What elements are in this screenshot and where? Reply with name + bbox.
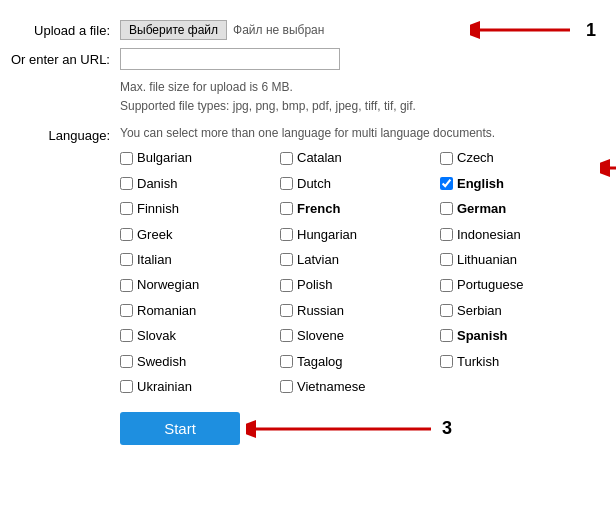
lang-checkbox-romanian[interactable] [120, 304, 133, 317]
lang-checkbox-indonesian[interactable] [440, 228, 453, 241]
lang-item: Hungarian [280, 223, 440, 246]
file-upload-section: Выберите файл Файл не выбран [120, 20, 324, 40]
lang-checkbox-turkish[interactable] [440, 355, 453, 368]
lang-checkbox-russian[interactable] [280, 304, 293, 317]
lang-item: French [280, 197, 440, 220]
start-button[interactable]: Start [120, 412, 240, 445]
lang-label-portuguese[interactable]: Portuguese [457, 273, 524, 296]
lang-item: Norwegian [120, 273, 280, 296]
lang-label-russian[interactable]: Russian [297, 299, 344, 322]
url-row: Or enter an URL: [10, 48, 606, 70]
lang-label-finnish[interactable]: Finnish [137, 197, 179, 220]
lang-item: Russian [280, 299, 440, 322]
lang-item: Indonesian [440, 223, 600, 246]
lang-checkbox-dutch[interactable] [280, 177, 293, 190]
lang-item: Dutch [280, 172, 440, 195]
lang-checkbox-hungarian[interactable] [280, 228, 293, 241]
lang-label-slovak[interactable]: Slovak [137, 324, 176, 347]
lang-label-hungarian[interactable]: Hungarian [297, 223, 357, 246]
lang-item: Italian [120, 248, 280, 271]
language-grid: BulgarianCatalanCzechDanishDutchEnglishF… [120, 146, 600, 398]
language-content: You can select more than one language fo… [120, 126, 600, 398]
lang-label-spanish[interactable]: Spanish [457, 324, 508, 347]
lang-item: Portuguese [440, 273, 600, 296]
lang-label-swedish[interactable]: Swedish [137, 350, 186, 373]
lang-item: Greek [120, 223, 280, 246]
upload-label: Upload a file: [10, 23, 120, 38]
lang-label-indonesian[interactable]: Indonesian [457, 223, 521, 246]
lang-checkbox-serbian[interactable] [440, 304, 453, 317]
lang-checkbox-bulgarian[interactable] [120, 152, 133, 165]
lang-label-lithuanian[interactable]: Lithuanian [457, 248, 517, 271]
lang-item: Czech [440, 146, 600, 169]
lang-checkbox-slovak[interactable] [120, 329, 133, 342]
lang-label-norwegian[interactable]: Norwegian [137, 273, 199, 296]
lang-label-dutch[interactable]: Dutch [297, 172, 331, 195]
lang-checkbox-french[interactable] [280, 202, 293, 215]
lang-item: Vietnamese [280, 375, 440, 398]
file-status-text: Файл не выбран [233, 23, 324, 37]
lang-checkbox-english[interactable] [440, 177, 453, 190]
choose-file-button[interactable]: Выберите файл [120, 20, 227, 40]
arrow-1-annotation: 1 [470, 16, 596, 44]
lang-checkbox-danish[interactable] [120, 177, 133, 190]
lang-label-vietnamese[interactable]: Vietnamese [297, 375, 365, 398]
lang-checkbox-tagalog[interactable] [280, 355, 293, 368]
info-text: Max. file size for upload is 6 MB. Suppo… [120, 78, 606, 116]
lang-checkbox-slovene[interactable] [280, 329, 293, 342]
lang-item: Danish [120, 172, 280, 195]
arrow-2-annotation: 2 [600, 126, 616, 398]
lang-label-danish[interactable]: Danish [137, 172, 177, 195]
lang-item: English [440, 172, 600, 195]
lang-label-serbian[interactable]: Serbian [457, 299, 502, 322]
lang-item: German [440, 197, 600, 220]
lang-label-turkish[interactable]: Turkish [457, 350, 499, 373]
lang-item: Bulgarian [120, 146, 280, 169]
lang-checkbox-ukrainian[interactable] [120, 380, 133, 393]
info-line2: Supported file types: jpg, png, bmp, pdf… [120, 97, 606, 116]
lang-label-romanian[interactable]: Romanian [137, 299, 196, 322]
lang-item: Latvian [280, 248, 440, 271]
lang-item: Swedish [120, 350, 280, 373]
lang-checkbox-italian[interactable] [120, 253, 133, 266]
lang-label-english[interactable]: English [457, 172, 504, 195]
lang-label-czech[interactable]: Czech [457, 146, 494, 169]
lang-checkbox-finnish[interactable] [120, 202, 133, 215]
lang-checkbox-vietnamese[interactable] [280, 380, 293, 393]
lang-checkbox-swedish[interactable] [120, 355, 133, 368]
language-section: Language: You can select more than one l… [10, 126, 606, 398]
lang-label-ukrainian[interactable]: Ukrainian [137, 375, 192, 398]
lang-item: Tagalog [280, 350, 440, 373]
arrow-2-icon [600, 154, 616, 182]
lang-checkbox-german[interactable] [440, 202, 453, 215]
lang-label-slovene[interactable]: Slovene [297, 324, 344, 347]
lang-label-italian[interactable]: Italian [137, 248, 172, 271]
lang-label-french[interactable]: French [297, 197, 340, 220]
annotation-3: 3 [442, 418, 452, 439]
lang-item: Ukrainian [120, 375, 280, 398]
lang-label-catalan[interactable]: Catalan [297, 146, 342, 169]
lang-label-polish[interactable]: Polish [297, 273, 332, 296]
lang-label-latvian[interactable]: Latvian [297, 248, 339, 271]
lang-checkbox-portuguese[interactable] [440, 279, 453, 292]
lang-checkbox-spanish[interactable] [440, 329, 453, 342]
annotation-1: 1 [586, 20, 596, 41]
lang-checkbox-catalan[interactable] [280, 152, 293, 165]
lang-item: Romanian [120, 299, 280, 322]
lang-checkbox-norwegian[interactable] [120, 279, 133, 292]
lang-label-german[interactable]: German [457, 197, 506, 220]
lang-label-bulgarian[interactable]: Bulgarian [137, 146, 192, 169]
lang-label-tagalog[interactable]: Tagalog [297, 350, 343, 373]
url-input[interactable] [120, 48, 340, 70]
arrow-3-icon [246, 415, 446, 443]
lang-item: Catalan [280, 146, 440, 169]
lang-item: Finnish [120, 197, 280, 220]
lang-checkbox-latvian[interactable] [280, 253, 293, 266]
lang-checkbox-czech[interactable] [440, 152, 453, 165]
lang-item: Slovene [280, 324, 440, 347]
lang-label-greek[interactable]: Greek [137, 223, 172, 246]
lang-checkbox-polish[interactable] [280, 279, 293, 292]
info-line1: Max. file size for upload is 6 MB. [120, 78, 606, 97]
lang-checkbox-lithuanian[interactable] [440, 253, 453, 266]
lang-checkbox-greek[interactable] [120, 228, 133, 241]
